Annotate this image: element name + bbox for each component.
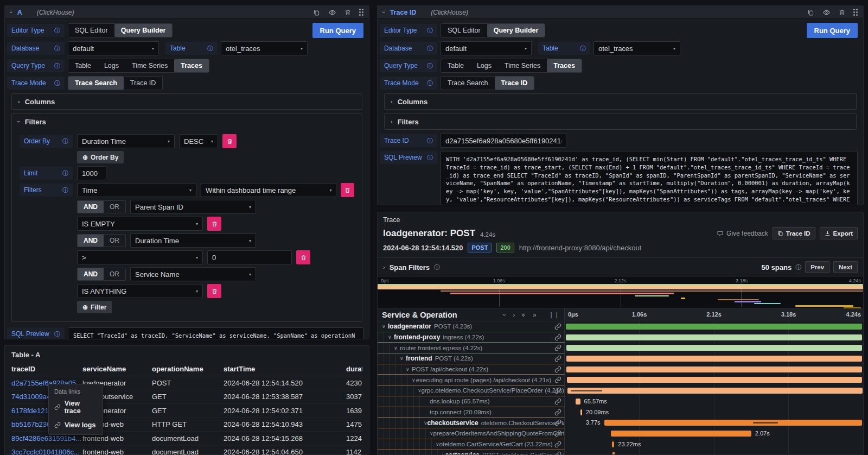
collapse-chevron-icon[interactable]: ›	[8, 11, 14, 14]
sql-editor-option[interactable]: SQL Editor	[68, 24, 114, 37]
hide-query-eye-icon[interactable]	[822, 9, 831, 16]
add-filter-button[interactable]: ⊕Filter	[77, 301, 112, 313]
remove-condition-button[interactable]	[207, 217, 221, 231]
link-icon[interactable]	[554, 344, 561, 351]
span-row[interactable]: tcp.connect (20.09ms)20.09ms	[378, 407, 863, 418]
span-gantt-cell[interactable]	[565, 386, 863, 396]
filters-section-header[interactable]: ›Filters	[385, 114, 856, 129]
span-row[interactable]: ∨frontendPOST (4.22s)	[378, 353, 863, 364]
query-type-table[interactable]: Table	[68, 59, 98, 72]
info-icon[interactable]: ⓘ	[427, 45, 433, 53]
span-gantt-cell[interactable]	[565, 364, 863, 375]
span-row[interactable]: ∨POST /api/checkout (4.22s)	[378, 364, 863, 375]
trace-id-option[interactable]: Trace ID	[124, 77, 162, 90]
chevron-down-icon[interactable]: ∨	[394, 345, 400, 351]
info-icon[interactable]: ⓘ	[54, 27, 60, 35]
span-gantt-bar[interactable]	[612, 441, 614, 447]
span-gantt-bar[interactable]	[566, 356, 863, 362]
condition-operator-select[interactable]: IS EMPTY▾	[77, 217, 203, 231]
prev-button[interactable]: Prev	[805, 261, 829, 273]
or-option[interactable]: OR	[104, 268, 125, 280]
give-feedback-link[interactable]: Give feedback	[717, 230, 768, 237]
info-icon[interactable]: ⓘ	[62, 186, 68, 194]
view-logs-menu-item[interactable]: View logs	[49, 418, 103, 432]
chevron-down-icon[interactable]: ∨	[430, 431, 433, 436]
span-name-cell[interactable]: ∨POST /api/checkout (4.22s)	[378, 364, 565, 375]
link-icon[interactable]	[554, 387, 561, 394]
condition-operator-select[interactable]: >▾	[77, 250, 203, 264]
span-gantt-bar[interactable]	[566, 345, 863, 351]
chevron-down-icon[interactable]: ∨	[442, 452, 445, 455]
and-option[interactable]: AND	[78, 201, 104, 213]
chevron-down-icon[interactable]: ∨	[424, 420, 427, 426]
collapse-one-icon[interactable]: ›	[501, 314, 508, 316]
link-icon[interactable]	[554, 334, 561, 341]
link-icon[interactable]	[554, 323, 561, 330]
query-type-traces[interactable]: Traces	[547, 59, 582, 72]
limit-input[interactable]	[77, 166, 106, 180]
span-gantt-cell[interactable]	[565, 332, 863, 343]
span-row[interactable]: ∨checkoutserviceoteldemo.CheckoutService…	[378, 418, 863, 428]
query-type-traces[interactable]: Traces	[174, 59, 209, 72]
drag-handle-icon[interactable]	[359, 9, 363, 16]
span-gantt-bar[interactable]	[567, 377, 862, 383]
database-select[interactable]: default▾	[68, 41, 159, 55]
expand-all-icon[interactable]: »	[533, 311, 537, 319]
span-row[interactable]: ∨frontend-proxyingress (4.22s)	[378, 332, 863, 343]
info-icon[interactable]: ⓘ	[434, 263, 440, 271]
database-select[interactable]: default▾	[441, 41, 532, 55]
run-query-button[interactable]: Run Query	[807, 23, 858, 38]
trace-id-link[interactable]: 89cf4286e631591b4...	[11, 434, 82, 443]
col-starttime[interactable]: startTime	[224, 365, 346, 373]
span-gantt-cell[interactable]	[565, 450, 863, 455]
span-filters-label[interactable]: Span Filters	[390, 263, 430, 271]
link-icon[interactable]	[554, 419, 561, 426]
chevron-down-icon[interactable]: ∨	[436, 441, 439, 447]
query-builder-option[interactable]: Query Builder	[487, 24, 545, 37]
trace-id-link[interactable]: 3cc7ccfc01041806c...	[11, 448, 82, 455]
condition-operator-select[interactable]: IS ANYTHING▾	[77, 284, 203, 298]
span-gantt-cell[interactable]: 23.22ms	[565, 439, 863, 450]
query-type-table[interactable]: Table	[441, 59, 470, 72]
condition-value-input[interactable]	[207, 250, 292, 264]
link-icon[interactable]	[554, 441, 561, 448]
info-icon[interactable]: ⓘ	[54, 62, 60, 70]
span-name-cell[interactable]: ∨loadgeneratorPOST (4.23s)	[378, 321, 565, 332]
span-gantt-bar[interactable]	[566, 366, 862, 372]
filter-field-select[interactable]: Time▾	[77, 183, 196, 197]
trace-id-input[interactable]	[441, 134, 566, 148]
filter-value-select[interactable]: Within dashboard time range▾	[201, 183, 336, 197]
span-name-cell[interactable]: ∨frontendPOST (4.22s)	[378, 353, 565, 364]
trace-id-button[interactable]: Trace ID	[773, 227, 815, 239]
span-row[interactable]: ∨loadgeneratorPOST (4.23s)	[378, 321, 863, 332]
query-type-logs[interactable]: Logs	[470, 59, 498, 72]
span-gantt-cell[interactable]: 3.77s	[565, 418, 863, 428]
info-icon[interactable]: ⓘ	[62, 169, 68, 178]
remove-filter-button[interactable]	[341, 183, 354, 197]
remove-condition-button[interactable]	[207, 284, 221, 298]
span-gantt-bar[interactable]	[612, 452, 615, 455]
span-name-cell[interactable]: tcp.connect (20.09ms)	[378, 407, 565, 418]
duplicate-icon[interactable]	[807, 9, 814, 16]
span-gantt-cell[interactable]	[565, 321, 863, 332]
span-row[interactable]: ∨oteldemo.CartService/GetCart (23.22ms)2…	[378, 439, 863, 450]
and-option[interactable]: AND	[78, 268, 104, 280]
columns-section-header[interactable]: ›Columns	[12, 94, 362, 109]
info-icon[interactable]: ⓘ	[795, 263, 801, 271]
hide-query-eye-icon[interactable]	[328, 9, 336, 16]
delete-query-trash-icon[interactable]	[344, 9, 351, 16]
info-icon[interactable]: ⓘ	[427, 27, 433, 35]
query-type-timeseries[interactable]: Time Series	[125, 59, 174, 72]
info-icon[interactable]: ⓘ	[207, 45, 213, 53]
remove-order-by-button[interactable]	[222, 134, 237, 148]
link-icon[interactable]	[554, 409, 561, 416]
add-order-by-button[interactable]: ⊕Order By	[77, 151, 124, 163]
and-option[interactable]: AND	[78, 235, 104, 247]
trace-id-option[interactable]: Trace ID	[495, 77, 534, 90]
span-gantt-bar[interactable]	[576, 399, 580, 405]
link-icon[interactable]	[554, 398, 561, 405]
order-by-field-select[interactable]: Duration Time▾	[77, 134, 175, 148]
span-name-cell[interactable]: ∨checkoutserviceoteldemo.CheckoutService…	[378, 418, 565, 428]
query-type-logs[interactable]: Logs	[98, 59, 125, 72]
condition-field-select[interactable]: Duration Time▾	[130, 233, 256, 248]
